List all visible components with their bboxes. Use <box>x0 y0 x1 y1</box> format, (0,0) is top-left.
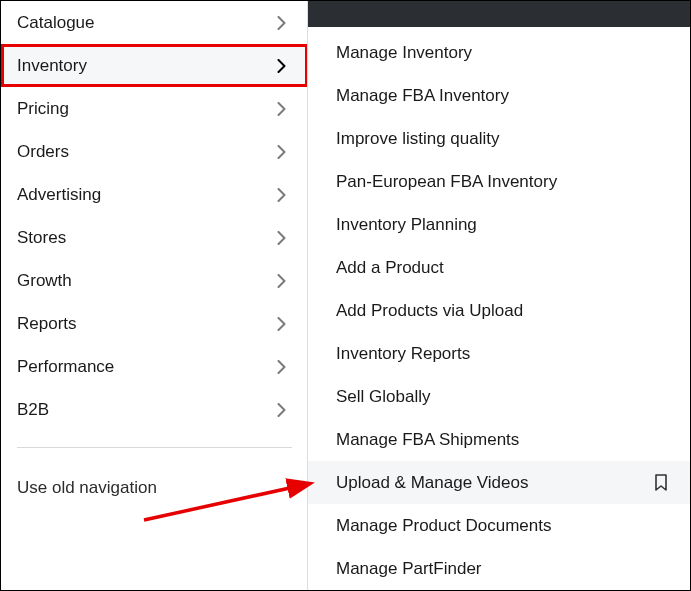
app-layout: CatalogueInventoryPricingOrdersAdvertisi… <box>1 1 690 590</box>
use-old-navigation-link[interactable]: Use old navigation <box>1 464 308 498</box>
submenu-item-label: Pan-European FBA Inventory <box>336 172 557 192</box>
sidebar-item-label: Inventory <box>17 56 87 76</box>
submenu-item-label: Add Products via Upload <box>336 301 523 321</box>
submenu-item-manage-fba-shipments[interactable]: Manage FBA Shipments <box>308 418 690 461</box>
sidebar-item-label: Stores <box>17 228 66 248</box>
submenu-panel: Manage InventoryManage FBA InventoryImpr… <box>308 1 690 590</box>
submenu-item-label: Manage FBA Inventory <box>336 86 509 106</box>
sidebar-item-label: Orders <box>17 142 69 162</box>
submenu-item-sell-globally[interactable]: Sell Globally <box>308 375 690 418</box>
chevron-right-icon <box>277 102 286 116</box>
chevron-right-icon <box>277 360 286 374</box>
chevron-right-icon <box>277 59 286 73</box>
chevron-right-icon <box>277 403 286 417</box>
submenu-item-label: Inventory Reports <box>336 344 470 364</box>
sidebar-item-performance[interactable]: Performance <box>1 345 308 388</box>
submenu-item-add-a-product[interactable]: Add a Product <box>308 246 690 289</box>
submenu-item-label: Upload & Manage Videos <box>336 473 529 493</box>
submenu-item-inventory-planning[interactable]: Inventory Planning <box>308 203 690 246</box>
submenu-item-manage-inventory[interactable]: Manage Inventory <box>308 31 690 74</box>
sidebar-item-b2b[interactable]: B2B <box>1 388 308 431</box>
sidebar-item-growth[interactable]: Growth <box>1 259 308 302</box>
chevron-right-icon <box>277 16 286 30</box>
sidebar-item-label: Pricing <box>17 99 69 119</box>
submenu-item-label: Inventory Planning <box>336 215 477 235</box>
submenu-item-improve-listing-quality[interactable]: Improve listing quality <box>308 117 690 160</box>
sidebar-item-catalogue[interactable]: Catalogue <box>1 1 308 44</box>
sidebar-item-label: B2B <box>17 400 49 420</box>
submenu-item-label: Manage PartFinder <box>336 559 482 579</box>
submenu-item-label: Sell Globally <box>336 387 431 407</box>
sidebar-nav: CatalogueInventoryPricingOrdersAdvertisi… <box>1 1 308 590</box>
bookmark-icon[interactable] <box>654 474 668 491</box>
submenu-item-label: Improve listing quality <box>336 129 499 149</box>
submenu-item-add-products-via-upload[interactable]: Add Products via Upload <box>308 289 690 332</box>
chevron-right-icon <box>277 145 286 159</box>
submenu-item-label: Manage Inventory <box>336 43 472 63</box>
submenu-item-pan-european-fba-inventory[interactable]: Pan-European FBA Inventory <box>308 160 690 203</box>
sidebar-item-reports[interactable]: Reports <box>1 302 308 345</box>
sidebar-item-label: Growth <box>17 271 72 291</box>
sidebar-item-pricing[interactable]: Pricing <box>1 87 308 130</box>
chevron-right-icon <box>277 317 286 331</box>
sidebar-divider <box>17 447 292 448</box>
submenu-item-upload-manage-videos[interactable]: Upload & Manage Videos <box>308 461 690 504</box>
submenu-item-manage-fba-inventory[interactable]: Manage FBA Inventory <box>308 74 690 117</box>
submenu-item-inventory-reports[interactable]: Inventory Reports <box>308 332 690 375</box>
sidebar-item-stores[interactable]: Stores <box>1 216 308 259</box>
chevron-right-icon <box>277 231 286 245</box>
submenu-list: Manage InventoryManage FBA InventoryImpr… <box>308 27 690 590</box>
submenu-item-label: Manage Product Documents <box>336 516 551 536</box>
sidebar-item-label: Performance <box>17 357 114 377</box>
sidebar-item-label: Advertising <box>17 185 101 205</box>
header-bar <box>308 1 690 27</box>
sidebar-item-inventory[interactable]: Inventory <box>1 44 308 87</box>
submenu-item-label: Add a Product <box>336 258 444 278</box>
nav-link-label: Use old navigation <box>17 478 157 497</box>
chevron-right-icon <box>277 188 286 202</box>
sidebar-item-advertising[interactable]: Advertising <box>1 173 308 216</box>
sidebar-item-label: Catalogue <box>17 13 95 33</box>
chevron-right-icon <box>277 274 286 288</box>
submenu-item-label: Manage FBA Shipments <box>336 430 519 450</box>
sidebar-item-label: Reports <box>17 314 77 334</box>
sidebar-item-orders[interactable]: Orders <box>1 130 308 173</box>
submenu-item-manage-partfinder[interactable]: Manage PartFinder <box>308 547 690 590</box>
submenu-item-manage-product-documents[interactable]: Manage Product Documents <box>308 504 690 547</box>
